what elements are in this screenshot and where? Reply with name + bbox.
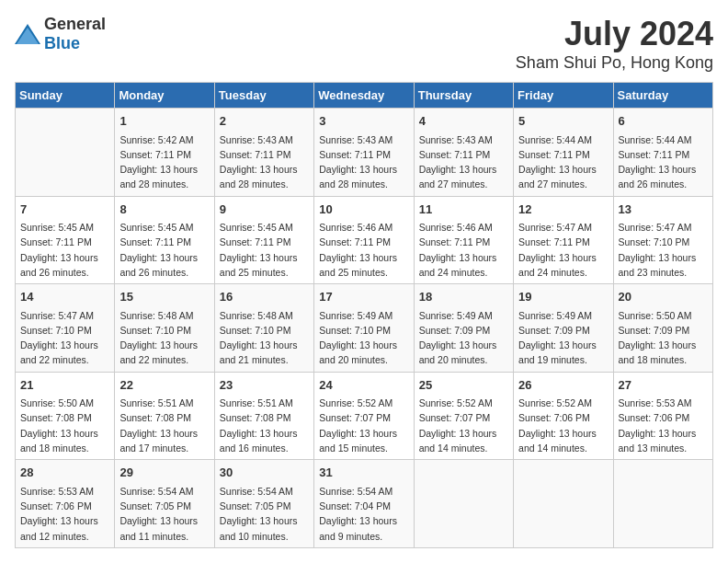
day-number: 1 — [119, 112, 209, 131]
title-area: July 2024 Sham Shui Po, Hong Kong — [516, 15, 713, 73]
day-number: 25 — [419, 376, 508, 395]
week-row-3: 14Sunrise: 5:47 AM Sunset: 7:10 PM Dayli… — [16, 284, 713, 373]
calendar-cell: 26Sunrise: 5:52 AM Sunset: 7:06 PM Dayli… — [514, 372, 613, 460]
day-info: Sunrise: 5:45 AM Sunset: 7:11 PM Dayligh… — [20, 220, 109, 280]
day-info: Sunrise: 5:51 AM Sunset: 7:08 PM Dayligh… — [119, 396, 209, 455]
calendar-cell: 28Sunrise: 5:53 AM Sunset: 7:06 PM Dayli… — [16, 460, 115, 548]
day-number: 6 — [619, 112, 708, 131]
day-number: 31 — [319, 464, 408, 482]
calendar-cell: 4Sunrise: 5:43 AM Sunset: 7:11 PM Daylig… — [414, 109, 513, 197]
header-row: SundayMondayTuesdayWednesdayThursdayFrid… — [16, 83, 713, 109]
day-info: Sunrise: 5:48 AM Sunset: 7:10 PM Dayligh… — [119, 308, 209, 368]
day-number: 28 — [20, 464, 109, 482]
calendar-cell: 7Sunrise: 5:45 AM Sunset: 7:11 PM Daylig… — [16, 196, 115, 284]
day-number: 7 — [20, 201, 109, 219]
day-number: 10 — [319, 201, 408, 219]
day-info: Sunrise: 5:47 AM Sunset: 7:11 PM Dayligh… — [518, 220, 608, 280]
calendar-cell: 8Sunrise: 5:45 AM Sunset: 7:11 PM Daylig… — [115, 196, 214, 284]
day-number: 18 — [419, 288, 508, 306]
svg-marker-1 — [17, 28, 39, 44]
calendar-cell: 5Sunrise: 5:44 AM Sunset: 7:11 PM Daylig… — [514, 109, 613, 197]
header-friday: Friday — [514, 83, 613, 109]
day-info: Sunrise: 5:44 AM Sunset: 7:11 PM Dayligh… — [619, 132, 708, 192]
day-number: 8 — [119, 201, 209, 219]
day-info: Sunrise: 5:49 AM Sunset: 7:09 PM Dayligh… — [518, 308, 608, 368]
calendar-cell: 27Sunrise: 5:53 AM Sunset: 7:06 PM Dayli… — [613, 372, 712, 460]
day-number: 2 — [220, 112, 309, 131]
day-info: Sunrise: 5:50 AM Sunset: 7:08 PM Dayligh… — [20, 396, 109, 455]
week-row-2: 7Sunrise: 5:45 AM Sunset: 7:11 PM Daylig… — [16, 196, 713, 284]
day-info: Sunrise: 5:48 AM Sunset: 7:10 PM Dayligh… — [220, 308, 309, 368]
day-info: Sunrise: 5:43 AM Sunset: 7:11 PM Dayligh… — [319, 132, 408, 192]
calendar-cell: 14Sunrise: 5:47 AM Sunset: 7:10 PM Dayli… — [16, 284, 115, 373]
day-number: 5 — [518, 112, 608, 131]
calendar-cell: 2Sunrise: 5:43 AM Sunset: 7:11 PM Daylig… — [214, 109, 313, 197]
calendar-cell: 31Sunrise: 5:54 AM Sunset: 7:04 PM Dayli… — [314, 460, 414, 548]
header-wednesday: Wednesday — [314, 83, 414, 109]
day-number: 26 — [518, 376, 608, 395]
day-info: Sunrise: 5:46 AM Sunset: 7:11 PM Dayligh… — [319, 220, 408, 280]
day-info: Sunrise: 5:47 AM Sunset: 7:10 PM Dayligh… — [20, 308, 109, 368]
day-info: Sunrise: 5:53 AM Sunset: 7:06 PM Dayligh… — [619, 396, 708, 455]
calendar-cell — [16, 109, 115, 197]
day-info: Sunrise: 5:52 AM Sunset: 7:07 PM Dayligh… — [419, 396, 508, 455]
logo-text: General Blue — [44, 15, 106, 53]
day-info: Sunrise: 5:49 AM Sunset: 7:10 PM Dayligh… — [319, 308, 408, 368]
day-number: 15 — [119, 288, 209, 306]
calendar-cell: 9Sunrise: 5:45 AM Sunset: 7:11 PM Daylig… — [214, 196, 313, 284]
day-number: 30 — [220, 464, 309, 482]
day-info: Sunrise: 5:52 AM Sunset: 7:07 PM Dayligh… — [319, 396, 408, 455]
calendar-cell: 21Sunrise: 5:50 AM Sunset: 7:08 PM Dayli… — [16, 372, 115, 460]
header-thursday: Thursday — [414, 83, 513, 109]
header-sunday: Sunday — [16, 83, 115, 109]
day-info: Sunrise: 5:54 AM Sunset: 7:05 PM Dayligh… — [220, 484, 309, 544]
day-number: 22 — [119, 376, 209, 395]
calendar-cell: 29Sunrise: 5:54 AM Sunset: 7:05 PM Dayli… — [115, 460, 214, 548]
day-number: 16 — [220, 288, 309, 306]
main-title: July 2024 — [516, 15, 713, 53]
page-header: General Blue July 2024 Sham Shui Po, Hon… — [15, 15, 713, 73]
day-number: 27 — [619, 376, 708, 395]
day-info: Sunrise: 5:42 AM Sunset: 7:11 PM Dayligh… — [119, 132, 209, 192]
calendar-cell: 11Sunrise: 5:46 AM Sunset: 7:11 PM Dayli… — [414, 196, 513, 284]
day-number: 23 — [220, 376, 309, 395]
day-info: Sunrise: 5:43 AM Sunset: 7:11 PM Dayligh… — [419, 132, 508, 192]
day-number: 20 — [619, 288, 708, 306]
calendar-cell — [514, 460, 613, 548]
day-number: 3 — [319, 112, 408, 131]
calendar-cell: 6Sunrise: 5:44 AM Sunset: 7:11 PM Daylig… — [613, 109, 712, 197]
logo-general: General — [44, 15, 106, 33]
day-number: 21 — [20, 376, 109, 395]
day-number: 9 — [220, 201, 309, 219]
day-info: Sunrise: 5:51 AM Sunset: 7:08 PM Dayligh… — [220, 396, 309, 455]
day-number: 17 — [319, 288, 408, 306]
day-info: Sunrise: 5:46 AM Sunset: 7:11 PM Dayligh… — [419, 220, 508, 280]
day-info: Sunrise: 5:45 AM Sunset: 7:11 PM Dayligh… — [119, 220, 209, 280]
calendar-cell: 19Sunrise: 5:49 AM Sunset: 7:09 PM Dayli… — [514, 284, 613, 373]
day-number: 14 — [20, 288, 109, 306]
calendar-cell: 15Sunrise: 5:48 AM Sunset: 7:10 PM Dayli… — [115, 284, 214, 373]
day-number: 11 — [419, 201, 508, 219]
day-info: Sunrise: 5:43 AM Sunset: 7:11 PM Dayligh… — [220, 132, 309, 192]
day-info: Sunrise: 5:49 AM Sunset: 7:09 PM Dayligh… — [419, 308, 508, 368]
day-info: Sunrise: 5:53 AM Sunset: 7:06 PM Dayligh… — [20, 484, 109, 544]
calendar-cell: 24Sunrise: 5:52 AM Sunset: 7:07 PM Dayli… — [314, 372, 414, 460]
logo-icon — [15, 24, 40, 44]
calendar-cell: 3Sunrise: 5:43 AM Sunset: 7:11 PM Daylig… — [314, 109, 414, 197]
day-info: Sunrise: 5:44 AM Sunset: 7:11 PM Dayligh… — [518, 132, 608, 192]
day-number: 13 — [619, 201, 708, 219]
week-row-1: 1Sunrise: 5:42 AM Sunset: 7:11 PM Daylig… — [16, 109, 713, 197]
calendar-cell: 22Sunrise: 5:51 AM Sunset: 7:08 PM Dayli… — [115, 372, 214, 460]
day-number: 4 — [419, 112, 508, 131]
calendar-cell: 1Sunrise: 5:42 AM Sunset: 7:11 PM Daylig… — [115, 109, 214, 197]
day-info: Sunrise: 5:54 AM Sunset: 7:05 PM Dayligh… — [119, 484, 209, 544]
calendar-cell: 13Sunrise: 5:47 AM Sunset: 7:10 PM Dayli… — [613, 196, 712, 284]
calendar-table: SundayMondayTuesdayWednesdayThursdayFrid… — [15, 82, 713, 548]
week-row-4: 21Sunrise: 5:50 AM Sunset: 7:08 PM Dayli… — [16, 372, 713, 460]
header-tuesday: Tuesday — [214, 83, 313, 109]
week-row-5: 28Sunrise: 5:53 AM Sunset: 7:06 PM Dayli… — [16, 460, 713, 548]
day-info: Sunrise: 5:47 AM Sunset: 7:10 PM Dayligh… — [619, 220, 708, 280]
calendar-cell — [414, 460, 513, 548]
logo-blue: Blue — [44, 34, 80, 52]
day-number: 12 — [518, 201, 608, 219]
